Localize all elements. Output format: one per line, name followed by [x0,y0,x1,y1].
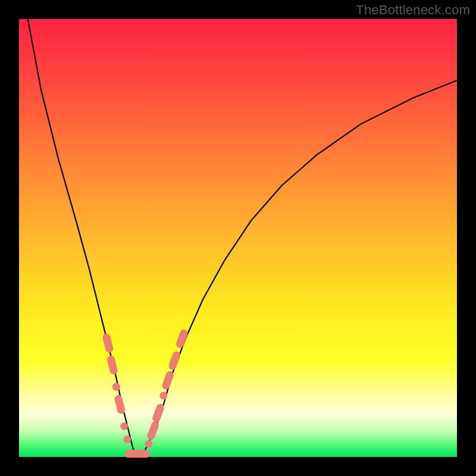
curve-marker [168,350,181,371]
curve-marker [123,436,131,443]
curve-marker [112,383,120,391]
curve-marker [107,355,118,375]
watermark-text: TheBottleneck.com [356,2,470,18]
curve-marker [151,403,165,424]
chart-svg [19,19,457,457]
curve-marker [102,333,114,353]
curve-marker [175,328,189,349]
marker-layer [102,328,189,458]
curve-marker [133,450,150,458]
curve-marker [161,370,175,391]
bottleneck-curve-path [28,19,457,457]
curve-marker [120,422,128,430]
curve-marker [114,394,126,415]
curve-marker [146,421,160,441]
curve-marker [145,440,152,447]
chart-stage: TheBottleneck.com [0,0,476,476]
curve-marker [159,392,167,400]
plot-area [19,19,457,457]
